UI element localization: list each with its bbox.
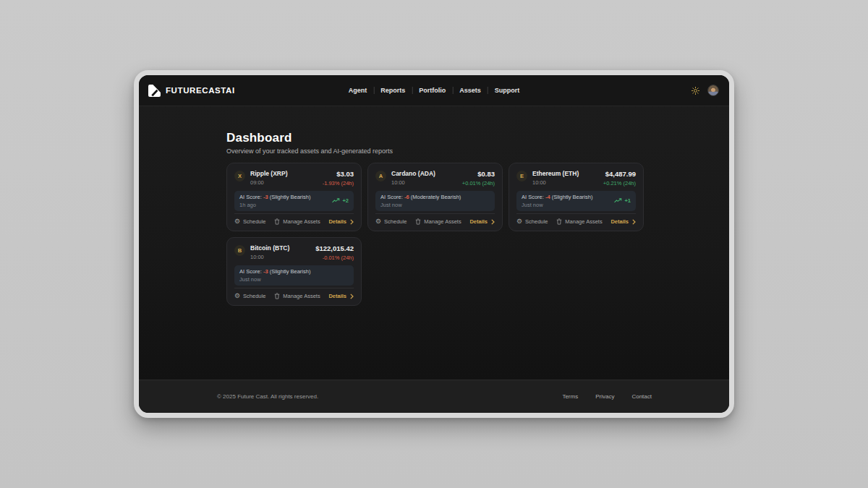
ai-score-label: AI Score:: [239, 268, 262, 275]
nav-item-assets[interactable]: Assets: [459, 87, 481, 94]
details-button[interactable]: Details: [469, 218, 495, 225]
price-change: +0.01% (24h): [462, 180, 495, 187]
nav-item-reports[interactable]: Reports: [380, 87, 405, 94]
ai-score-value: -6: [404, 194, 409, 200]
footer-link-privacy[interactable]: Privacy: [595, 393, 614, 400]
page-title: Dashboard: [226, 131, 644, 145]
brand-name: FUTURECASTAI: [166, 86, 235, 95]
app-window: FUTURECASTAI AgentReportsPortfolioAssets…: [134, 70, 734, 418]
asset-card: X Ripple (XRP) 09:00 $3.03 -1.93% (24h) …: [226, 163, 362, 231]
asset-initial-badge: A: [375, 171, 386, 181]
details-button[interactable]: Details: [328, 218, 354, 225]
details-button-label: Details: [328, 293, 346, 299]
price-change: -1.93% (24h): [323, 180, 354, 187]
trend-badge: +2: [332, 197, 349, 204]
asset-time: 09:00: [250, 179, 287, 186]
asset-price: $0.83: [462, 170, 495, 178]
ai-score-box: AI Score: -3 (Slightly Bearish) 1h ago +…: [234, 191, 354, 212]
manage-assets-button[interactable]: Manage Assets: [274, 218, 320, 225]
asset-time: 10:00: [391, 179, 435, 186]
manage-assets-button-label: Manage Assets: [283, 218, 320, 225]
ai-score-box: AI Score: -6 (Moderately Bearish) Just n…: [375, 191, 495, 212]
gear-icon: ⚙: [234, 293, 240, 299]
ai-sentiment: (Slightly Bearish): [270, 268, 311, 275]
gear-icon: ⚙: [234, 218, 240, 225]
asset-card: E Ethereum (ETH) 10:00 $4,487.99 +0.21% …: [509, 163, 644, 231]
footer-link-terms[interactable]: Terms: [562, 393, 578, 400]
asset-card: A Cardano (ADA) 10:00 $0.83 +0.01% (24h)…: [367, 163, 503, 231]
nav-item-portfolio[interactable]: Portfolio: [419, 87, 446, 94]
ai-score-label: AI Score:: [380, 194, 403, 200]
theme-toggle-button[interactable]: [692, 87, 699, 95]
manage-assets-button-label: Manage Assets: [283, 293, 320, 299]
schedule-button[interactable]: ⚙ Schedule: [375, 218, 407, 225]
cards-grid: X Ripple (XRP) 09:00 $3.03 -1.93% (24h) …: [226, 163, 644, 306]
sun-icon: [692, 87, 699, 95]
asset-price: $4,487.99: [603, 170, 636, 178]
trend-value: +2: [342, 197, 349, 204]
nav-item-agent[interactable]: Agent: [349, 87, 367, 94]
nav-separator: [373, 87, 374, 94]
ai-score-value: -3: [263, 194, 268, 200]
manage-assets-button[interactable]: Manage Assets: [415, 218, 461, 225]
price-change: +0.21% (24h): [603, 180, 636, 187]
manage-assets-button[interactable]: Manage Assets: [274, 293, 320, 299]
asset-time: 10:00: [250, 254, 289, 260]
details-button-label: Details: [469, 218, 488, 225]
schedule-button[interactable]: ⚙ Schedule: [234, 218, 265, 225]
asset-card: B Bitcoin (BTC) 10:00 $122,015.42 -0.01%…: [226, 237, 362, 306]
asset-name: Cardano (ADA): [391, 170, 435, 177]
schedule-button[interactable]: ⚙ Schedule: [234, 293, 265, 299]
main-area: Dashboard Overview of your tracked asset…: [139, 106, 729, 380]
nav-separator: [452, 87, 453, 94]
app-header: FUTURECASTAI AgentReportsPortfolioAssets…: [139, 75, 729, 106]
details-button-label: Details: [328, 218, 346, 225]
schedule-button-label: Schedule: [243, 218, 265, 225]
details-button[interactable]: Details: [610, 218, 636, 225]
ai-score-label: AI Score:: [522, 194, 544, 200]
details-button[interactable]: Details: [328, 293, 354, 299]
ai-score-value: -4: [545, 194, 550, 200]
page-subtitle: Overview of your tracked assets and AI-g…: [226, 147, 644, 155]
footer-link-contact[interactable]: Contact: [631, 393, 652, 400]
user-avatar-image: [708, 85, 718, 95]
ai-sentiment: (Slightly Bearish): [552, 194, 593, 200]
header-right: [692, 85, 719, 96]
ai-updated-time: Just now: [239, 276, 310, 283]
brand[interactable]: FUTURECASTAI: [148, 85, 235, 97]
ai-score-value: -3: [263, 268, 268, 275]
ai-updated-time: Just now: [522, 202, 592, 208]
asset-initial-badge: E: [516, 171, 527, 181]
asset-price: $3.03: [323, 170, 354, 178]
ai-updated-time: Just now: [380, 202, 461, 208]
asset-name: Bitcoin (BTC): [250, 244, 289, 252]
schedule-button-label: Schedule: [243, 293, 265, 299]
asset-initial-badge: B: [234, 245, 245, 256]
asset-card-header: B Bitcoin (BTC) 10:00 $122,015.42 -0.01%…: [234, 244, 354, 261]
trash-icon: [556, 218, 562, 225]
trash-icon: [415, 218, 421, 225]
main-nav: AgentReportsPortfolioAssetsSupport: [349, 87, 520, 94]
gear-icon: ⚙: [375, 218, 381, 225]
trend-up-icon: [614, 198, 622, 203]
brand-logo-icon: [148, 85, 161, 97]
ai-score-box: AI Score: -3 (Slightly Bearish) Just now: [234, 265, 354, 286]
trend-value: +1: [624, 197, 631, 204]
gear-icon: ⚙: [516, 218, 522, 225]
nav-item-support[interactable]: Support: [495, 87, 520, 94]
manage-assets-button[interactable]: Manage Assets: [556, 218, 602, 225]
chevron-right-icon: [350, 219, 354, 225]
schedule-button[interactable]: ⚙ Schedule: [516, 218, 548, 225]
asset-name: Ripple (XRP): [250, 170, 287, 177]
price-change: -0.01% (24h): [315, 254, 354, 261]
ai-sentiment: (Moderately Bearish): [411, 194, 461, 200]
user-avatar[interactable]: [707, 85, 719, 96]
ai-score-box: AI Score: -4 (Slightly Bearish) Just now…: [516, 191, 636, 212]
asset-card-footer: ⚙ Schedule Manage Assets Details: [516, 213, 636, 225]
manage-assets-button-label: Manage Assets: [424, 218, 461, 225]
asset-time: 10:00: [532, 179, 579, 186]
asset-card-footer: ⚙ Schedule Manage Assets Details: [234, 288, 354, 299]
chevron-right-icon: [350, 294, 354, 299]
asset-name: Ethereum (ETH): [532, 170, 579, 177]
trash-icon: [274, 218, 280, 225]
